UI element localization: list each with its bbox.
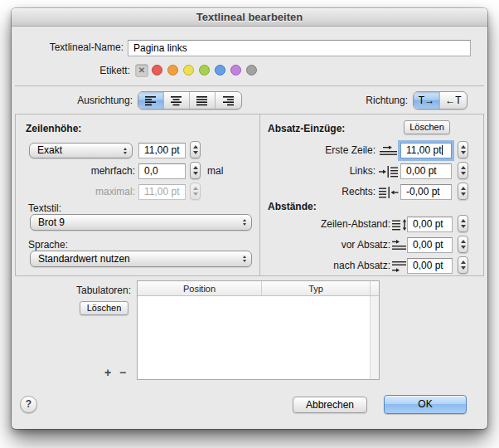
spacing-title: Abstände: <box>268 199 317 215</box>
text-style-select[interactable]: Brot 9 <box>30 214 252 231</box>
label-clear-button[interactable]: ✕ <box>135 64 148 77</box>
first-line-indent-value: 11,00 pt <box>406 144 441 156</box>
tab-column-typ[interactable]: Typ <box>262 281 371 295</box>
align-left-button[interactable] <box>138 92 164 109</box>
align-justify-button[interactable] <box>190 92 216 109</box>
divider-top <box>15 85 484 86</box>
multiple-input[interactable]: 0,0 <box>138 163 186 179</box>
tabs-clear-button[interactable]: Löschen <box>80 301 128 315</box>
line-height-exact-stepper[interactable] <box>190 141 201 158</box>
label-color-red[interactable] <box>152 65 162 75</box>
left-indent-icon <box>379 166 399 178</box>
multiple-stepper[interactable] <box>190 162 201 179</box>
indents-clear-button[interactable]: Löschen <box>404 120 450 134</box>
tab-table-scrollbar[interactable] <box>370 296 379 379</box>
maximal-stepper <box>190 183 201 200</box>
help-button[interactable]: ? <box>20 396 37 413</box>
text-caret <box>442 145 443 155</box>
language-select[interactable]: Standardwert nutzen <box>30 251 252 267</box>
label-color-yellow[interactable] <box>183 65 194 75</box>
label-color-orange[interactable] <box>167 65 178 75</box>
line-spacing-icon <box>392 219 407 231</box>
ok-button[interactable]: OK <box>384 395 467 414</box>
multiple-unit-label: mal <box>207 163 223 179</box>
left-indent-input[interactable]: 0,00 pt <box>400 163 452 179</box>
first-line-indent-stepper[interactable] <box>458 141 468 158</box>
right-indent-stepper[interactable] <box>458 183 468 200</box>
space-after-icon <box>392 261 407 272</box>
popup-arrows-icon <box>243 219 246 226</box>
label-color-blue[interactable] <box>215 65 225 75</box>
label-color-purple[interactable] <box>230 65 241 75</box>
tab-table-header: Position Typ <box>138 281 379 296</box>
space-before-icon <box>392 240 407 251</box>
line-spacing-stepper[interactable] <box>458 215 468 232</box>
add-tab-button[interactable]: + <box>101 367 114 378</box>
popup-arrows-icon <box>243 256 246 262</box>
space-after-input[interactable]: 0,00 pt <box>407 258 453 274</box>
space-after-stepper[interactable] <box>458 256 468 274</box>
left-indent-label: Links: <box>268 163 375 179</box>
align-left-icon <box>144 95 157 106</box>
right-indent-input[interactable]: -0,00 pt <box>400 184 452 200</box>
first-line-label: Erste Zeile: <box>268 143 375 158</box>
text-style-value: Brot 9 <box>38 217 65 228</box>
alignment-segmented-control <box>138 91 242 110</box>
indents-title: Absatz-Einzüge: <box>268 121 345 137</box>
tabs-label: Tabulatoren: <box>12 283 131 299</box>
tab-column-position[interactable]: Position <box>138 281 262 295</box>
line-height-exact-input[interactable]: 11,00 pt <box>138 143 186 158</box>
line-height-title: Zeilenhöhe: <box>26 121 81 137</box>
titlebar: Textlineal bearbeiten <box>12 8 487 27</box>
name-label: Textlineal-Name: <box>12 40 124 56</box>
align-right-button[interactable] <box>216 92 241 109</box>
label-color-gray[interactable] <box>246 65 257 75</box>
language-value: Standardwert nutzen <box>38 253 130 265</box>
ruler-name-input[interactable]: Pagina links <box>128 40 471 56</box>
first-line-indent-icon <box>379 145 399 157</box>
maximal-label: maximal: <box>45 184 135 200</box>
line-height-mode-value: Exakt <box>37 144 62 156</box>
align-center-icon <box>170 95 183 106</box>
direction-ltr-button[interactable]: T→ <box>414 92 440 109</box>
direction-segmented-control: T→ ←T <box>413 91 468 110</box>
left-indent-stepper[interactable] <box>458 162 468 179</box>
space-after-label: nach Absatz: <box>268 258 390 274</box>
alignment-label: Ausrichtung: <box>12 93 133 109</box>
tab-table: Position Typ <box>137 280 380 380</box>
align-center-button[interactable] <box>164 92 190 109</box>
label-colors <box>152 65 257 75</box>
space-before-label: vor Absatz: <box>268 237 390 253</box>
multiple-label: mehrfach: <box>45 163 135 179</box>
remove-tab-button[interactable]: − <box>116 367 129 378</box>
space-before-stepper[interactable] <box>458 236 468 253</box>
label-color-green[interactable] <box>199 65 210 75</box>
direction-label: Richtung: <box>327 93 408 109</box>
window-title: Textlineal bearbeiten <box>12 8 487 27</box>
direction-rtl-button[interactable]: ←T <box>440 92 467 109</box>
etikett-label: Etikett: <box>12 63 130 79</box>
right-indent-icon <box>379 187 399 198</box>
popup-arrows-icon <box>124 148 127 154</box>
first-line-indent-input[interactable]: 11,00 pt <box>400 143 452 158</box>
line-spacing-input[interactable]: 0,00 pt <box>407 217 453 232</box>
line-height-mode-select[interactable]: Exakt <box>29 143 133 158</box>
cancel-button[interactable]: Abbrechen <box>293 397 367 413</box>
tab-table-body[interactable] <box>138 296 370 379</box>
align-justify-icon <box>196 95 209 106</box>
align-right-icon <box>222 95 235 106</box>
right-indent-label: Rechts: <box>268 184 375 200</box>
line-spacing-label: Zeilen-Abstand: <box>268 217 390 232</box>
space-before-input[interactable]: 0,00 pt <box>407 237 453 253</box>
edit-text-ruler-dialog: Textlineal bearbeiten Textlineal-Name: P… <box>12 8 487 429</box>
maximal-input: 11,00 pt <box>138 184 186 200</box>
